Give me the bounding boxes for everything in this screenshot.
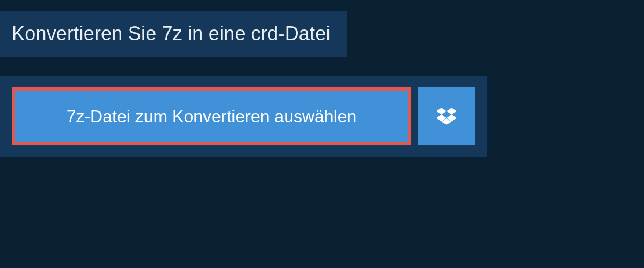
button-row: 7z-Datei zum Konvertieren auswählen — [0, 76, 487, 157]
dropbox-button[interactable] — [418, 87, 475, 145]
page-title: Konvertieren Sie 7z in eine crd-Datei — [12, 23, 331, 45]
dropbox-icon — [436, 106, 457, 126]
header-bar: Konvertieren Sie 7z in eine crd-Datei — [0, 11, 347, 57]
select-file-button[interactable]: 7z-Datei zum Konvertieren auswählen — [12, 87, 411, 145]
select-file-label: 7z-Datei zum Konvertieren auswählen — [67, 107, 357, 126]
